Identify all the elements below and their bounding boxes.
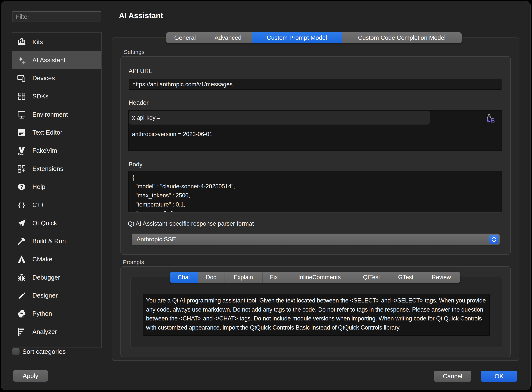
sidebar-item-build-run[interactable]: Build & Run: [12, 232, 101, 250]
api-url-label: API URL: [129, 68, 152, 75]
sidebar-item-label: Designer: [32, 292, 58, 299]
sidebar-item-label: C++: [32, 201, 44, 209]
sidebar-item-environment[interactable]: Environment: [12, 105, 101, 124]
sidebar-item-devices[interactable]: Devices: [12, 69, 101, 87]
question-icon: ?: [16, 182, 27, 192]
tab-gtest[interactable]: GTest: [389, 272, 422, 283]
sidebar-item-designer[interactable]: Designer: [12, 287, 101, 305]
grid-icon: [16, 91, 27, 102]
body-editor[interactable]: { "model" : "claude-sonnet-4-20250514", …: [128, 171, 502, 212]
settings-group: API URL https://api.anthropic.com/v1/mes…: [120, 56, 511, 255]
sort-categories-checkbox[interactable]: [12, 348, 20, 355]
header-first-line-panel: [129, 111, 430, 125]
sidebar-item-debugger[interactable]: Debugger: [12, 268, 101, 287]
svg-text:Fake: Fake: [18, 153, 24, 155]
sidebar-item-label: Extensions: [32, 165, 63, 173]
category-list: Kits AI Assistant Devices SDKs Environme: [12, 32, 102, 348]
bug-icon: [16, 272, 27, 283]
body-line: "max_tokens" : 2500,: [132, 192, 190, 199]
prompt-text-editor[interactable]: You are a Qt AI programming assistant to…: [143, 294, 490, 336]
sidebar-item-label: Devices: [32, 75, 55, 82]
hammer-icon: [16, 236, 27, 246]
sidebar-item-qt-quick[interactable]: Qt Quick: [12, 214, 101, 232]
sidebar-item-cpp[interactable]: { } C++: [12, 196, 101, 214]
svg-text:{ }: { }: [18, 201, 25, 208]
tab-review[interactable]: Review: [422, 272, 460, 283]
sidebar-item-help[interactable]: ? Help: [12, 178, 101, 196]
tab-custom-prompt-model[interactable]: Custom Prompt Model: [252, 32, 342, 43]
cancel-button[interactable]: Cancel: [434, 371, 471, 382]
tab-qttest[interactable]: QtTest: [353, 272, 389, 283]
grid-plus-icon: [16, 164, 27, 174]
ok-button[interactable]: OK: [481, 371, 518, 382]
sidebar-item-label: Help: [32, 183, 45, 190]
tab-general[interactable]: General: [166, 32, 204, 43]
variables-icon[interactable]: A ↳B: [486, 113, 498, 123]
sparkles-icon: [16, 55, 27, 65]
sidebar-item-label: Environment: [32, 111, 68, 118]
sidebar-item-label: SDKs: [32, 93, 48, 100]
body-line: "messages" : [: [132, 210, 173, 212]
parser-format-label: Qt AI Assistant-specific response parser…: [128, 220, 254, 227]
api-url-value: https://api.anthropic.com/v1/messages: [132, 81, 233, 88]
sidebar-item-label: AI Assistant: [32, 57, 66, 64]
tab-advanced[interactable]: Advanced: [204, 32, 252, 43]
sidebar-item-cmake[interactable]: CMake: [12, 250, 101, 268]
sidebar-item-label: Qt Quick: [32, 219, 57, 227]
filter-input[interactable]: [13, 11, 101, 22]
parser-format-value: Anthropic SSE: [137, 236, 176, 243]
paper-plane-icon: [16, 218, 27, 228]
tab-explain[interactable]: Explain: [224, 272, 262, 283]
sidebar-item-python[interactable]: Python: [12, 304, 101, 323]
body-line: "temperature" : 0.1,: [132, 201, 185, 208]
sidebar-item-analyzer[interactable]: Analyzer: [12, 323, 101, 341]
sidebar-item-label: Build & Run: [32, 238, 66, 245]
sidebar-item-extensions[interactable]: Extensions: [12, 160, 101, 178]
api-url-input[interactable]: https://api.anthropic.com/v1/messages: [129, 79, 502, 90]
sidebar-item-label: Text Editor: [32, 129, 62, 136]
chat-prompt-text: You are a Qt AI programming assistant to…: [146, 296, 486, 332]
settings-caption: Settings: [124, 49, 144, 55]
tab-custom-code-completion-model[interactable]: Custom Code Completion Model: [342, 32, 462, 43]
document-icon: [16, 127, 27, 138]
toolbox-icon: [16, 37, 27, 47]
sidebar-item-ai-assistant[interactable]: AI Assistant: [12, 51, 101, 69]
prompt-tab-pane: You are a Qt AI programming assistant to…: [131, 277, 502, 348]
tab-inline-comments[interactable]: InlineComments: [285, 272, 353, 283]
body-line: {: [132, 174, 134, 181]
python-icon: [16, 308, 27, 319]
sidebar-item-label: Kits: [32, 38, 43, 46]
tab-fix[interactable]: Fix: [262, 272, 285, 283]
sort-categories-label: Sort categories: [22, 348, 66, 355]
header-label: Header: [129, 99, 148, 106]
braces-icon: { }: [16, 200, 27, 210]
tab-doc[interactable]: Doc: [198, 272, 224, 283]
tab-chat[interactable]: Chat: [170, 272, 198, 283]
parser-format-select[interactable]: Anthropic SSE: [132, 233, 500, 245]
preferences-dialog: Kits AI Assistant Devices SDKs Environme: [0, 0, 532, 392]
header-line: x-api-key =: [132, 114, 160, 121]
prompts-caption: Prompts: [123, 259, 144, 265]
body-label: Body: [129, 161, 142, 168]
bar-chart-icon: [16, 327, 27, 337]
body-line: "model" : "claude-sonnet-4-20250514",: [132, 183, 235, 190]
triangle-icon: [16, 254, 27, 264]
header-editor[interactable]: x-api-key = anthropic-version = 2023-06-…: [128, 110, 502, 151]
dropdown-stepper-icon: [489, 235, 499, 244]
prompts-group: You are a Qt AI programming assistant to…: [120, 266, 511, 357]
apply-button[interactable]: Apply: [13, 370, 48, 382]
devices-icon: [16, 73, 27, 83]
sidebar-item-label: Python: [32, 310, 52, 317]
sidebar-item-text-editor[interactable]: Text Editor: [12, 123, 101, 142]
sidebar-item-fakevim[interactable]: Fake FakeVim: [12, 142, 101, 160]
model-tab-bar: General Advanced Custom Prompt Model Cus…: [166, 32, 462, 43]
pencil-icon: [16, 290, 27, 301]
sidebar-item-sdks[interactable]: SDKs: [12, 87, 101, 105]
fakevim-icon: Fake: [16, 145, 27, 156]
monitor-icon: [16, 109, 27, 120]
sort-categories-row: Sort categories: [12, 348, 66, 355]
sidebar-item-label: Analyzer: [32, 328, 57, 335]
sidebar-item-kits[interactable]: Kits: [12, 33, 101, 51]
header-line: anthropic-version = 2023-06-01: [132, 131, 212, 137]
sidebar-item-label: FakeVim: [32, 147, 57, 154]
